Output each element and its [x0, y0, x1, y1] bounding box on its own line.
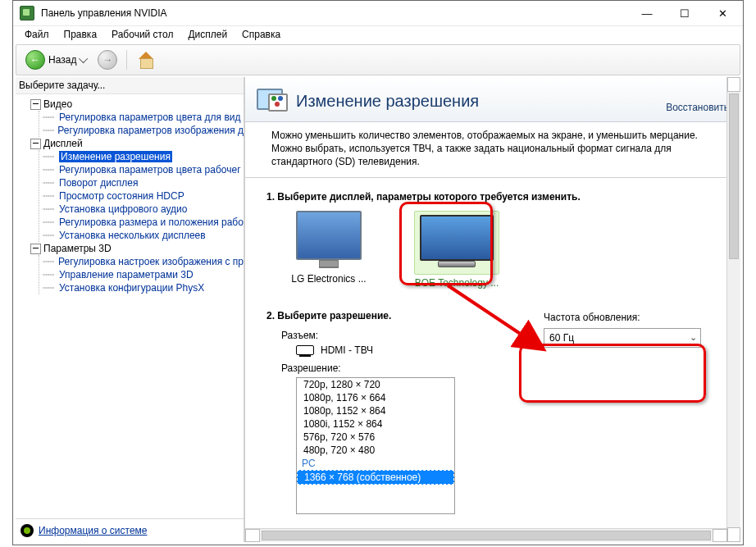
display-chooser: LG Electronics ... BOE Technology ... [266, 211, 732, 289]
refresh-rate-select[interactable]: 60 Гц ⌄ [544, 328, 701, 348]
content-scroll: 1. Выберите дисплей, параметры которого … [245, 178, 740, 542]
collapse-icon[interactable] [30, 139, 41, 149]
home-button[interactable] [134, 48, 158, 72]
hdmi-icon [296, 345, 314, 355]
toolbar-separator [126, 50, 127, 70]
collapse-icon[interactable] [30, 244, 41, 254]
window-title: Панель управления NVIDIA [41, 7, 628, 19]
restore-defaults-link[interactable]: Восстановить [666, 102, 729, 113]
menu-file[interactable]: Файл [18, 28, 56, 41]
tree-category-3d[interactable]: Параметры 3D [43, 243, 112, 254]
tree-item-physx: ┈┈Установка конфигурации PhysX [43, 281, 244, 294]
display-label: BOE Technology ... [408, 277, 506, 289]
display-item-lg[interactable]: LG Electronics ... [280, 211, 378, 289]
system-info-link-row: Информация о системе [16, 518, 244, 542]
back-history-dropdown-icon[interactable] [79, 54, 88, 63]
resolution-list[interactable]: 720p, 1280 × 720 1080p, 1176 × 664 1080p… [296, 377, 455, 514]
monitor-icon [420, 215, 494, 261]
vertical-scrollbar[interactable] [726, 77, 740, 542]
nvidia-icon [20, 524, 34, 537]
tree-item-hdcp: ┈┈Просмотр состояния HDCP [43, 189, 244, 203]
display-label: LG Electronics ... [280, 273, 378, 285]
page-header: Изменение разрешения Восстановить [245, 77, 740, 122]
list-item[interactable]: 576p, 720 × 576 [297, 431, 454, 444]
horizontal-scrollbar[interactable] [245, 528, 727, 542]
tree-item-digital-audio: ┈┈Установка цифрового аудио [43, 203, 244, 216]
page-title: Изменение разрешения [296, 92, 666, 111]
list-item[interactable]: 1080i, 1152 × 864 [297, 417, 454, 431]
tree-item-3d-image: ┈┈Регулировка настроек изображения с пр [43, 255, 244, 268]
tree-item-video-color: ┈┈Регулировка параметров цвета для вид [43, 111, 244, 124]
tree-category-display[interactable]: Дисплей [43, 138, 83, 149]
task-sidebar: Выберите задачу... Видео ┈┈Регулировка п… [16, 77, 244, 542]
content-pane: Изменение разрешения Восстановить Можно … [244, 77, 740, 542]
toolbar: ← Назад → [16, 44, 740, 75]
section1-title: 1. Выберите дисплей, параметры которого … [266, 191, 732, 203]
back-label: Назад [48, 54, 76, 66]
forward-button[interactable]: → [95, 48, 120, 72]
forward-arrow-icon: → [98, 50, 117, 70]
close-button[interactable]: ✕ [704, 2, 741, 25]
tree-item-3d-manage: ┈┈Управление параметрами 3D [43, 268, 244, 281]
chevron-down-icon: ⌄ [685, 329, 700, 347]
tree: Видео ┈┈Регулировка параметров цвета для… [16, 94, 244, 518]
tree-item-change-resolution: ┈┈Изменение разрешения [43, 150, 244, 163]
resolution-list-label: Разрешение: [281, 362, 732, 374]
resolution-icon [257, 87, 286, 115]
refresh-rate-label: Частота обновления: [544, 312, 701, 323]
tree-item-multi-display: ┈┈Установка нескольких дисплеев [43, 229, 244, 242]
list-item[interactable]: 1080p, 1152 × 864 [297, 404, 454, 417]
menu-edit[interactable]: Правка [57, 28, 104, 41]
menu-help[interactable]: Справка [235, 28, 287, 41]
system-info-link[interactable]: Информация о системе [39, 525, 147, 536]
list-header-pc: PC [297, 457, 454, 470]
display-item-boe[interactable]: BOE Technology ... [408, 211, 506, 289]
back-arrow-icon: ← [25, 50, 45, 70]
connector-value: HDMI - ТВЧ [321, 344, 373, 356]
list-item[interactable]: 720p, 1280 × 720 [297, 378, 454, 391]
back-button[interactable]: ← Назад [21, 48, 92, 72]
minimize-button[interactable]: — [628, 2, 666, 25]
tree-item-desktop-color: ┈┈Регулировка параметров цвета рабочег [43, 163, 244, 176]
list-item-selected[interactable]: 1366 × 768 (собственное) [297, 470, 454, 485]
list-item[interactable]: 480p, 720 × 480 [297, 444, 454, 457]
monitor-icon [296, 211, 362, 260]
list-item[interactable]: 1080p, 1176 × 664 [297, 391, 454, 404]
task-sidebar-title: Выберите задачу... [16, 77, 244, 94]
maximize-button[interactable]: ☐ [666, 2, 704, 25]
menu-desktop[interactable]: Рабочий стол [105, 28, 180, 41]
tree-item-video-image: ┈┈Регулировка параметров изображения д [43, 124, 244, 137]
tree-item-resize-position: ┈┈Регулировка размера и положения рабо [43, 216, 244, 229]
tree-category-video[interactable]: Видео [43, 98, 72, 110]
menubar: Файл Правка Рабочий стол Дисплей Справка [13, 26, 743, 43]
nvidia-app-icon [20, 6, 34, 21]
collapse-icon[interactable] [30, 99, 41, 110]
home-icon [137, 52, 155, 68]
titlebar: Панель управления NVIDIA — ☐ ✕ [13, 1, 743, 26]
window-frame: Панель управления NVIDIA — ☐ ✕ Файл Прав… [12, 0, 744, 545]
refresh-rate-value: 60 Гц [544, 332, 685, 344]
page-description: Можно уменьшить количество элементов, от… [245, 122, 740, 178]
tree-item-rotate: ┈┈Поворот дисплея [43, 176, 244, 189]
menu-display[interactable]: Дисплей [181, 28, 234, 41]
